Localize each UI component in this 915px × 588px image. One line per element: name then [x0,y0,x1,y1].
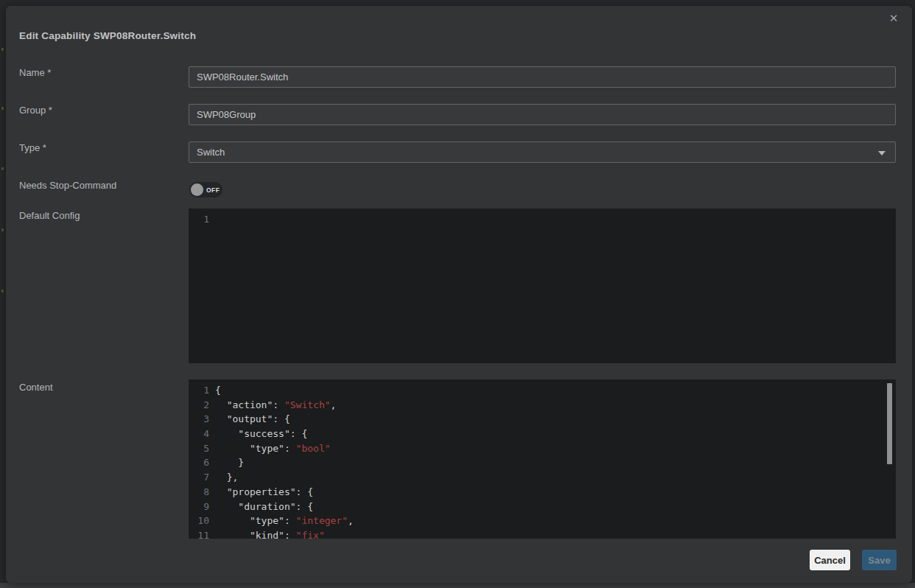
group-input[interactable] [189,104,896,125]
code-line: 6 } [189,455,896,470]
backdrop-icon-sliver [1,107,4,110]
code-line: 8 "properties": { [189,485,896,500]
type-select[interactable]: Switch [189,141,896,163]
backdrop-icon-sliver [1,290,4,293]
backdrop-icon-sliver [1,48,4,51]
close-icon[interactable]: ✕ [886,11,901,26]
code-line: 9 "duration": { [189,500,896,514]
code-line: 11 "kind": "fix" [189,528,896,539]
backdrop-icon-sliver [1,167,4,170]
save-button[interactable]: Save [862,550,897,570]
code-line: 7 }, [189,470,896,485]
type-label: Type * [19,142,46,153]
default-config-label: Default Config [19,210,80,221]
default-config-editor[interactable]: 1 [189,209,896,363]
code-line: 1{ [189,383,896,398]
code-line: 3 "output": { [189,412,896,427]
name-label: Name * [19,67,51,78]
background-bottom-strip [0,583,915,588]
code-line: 10 "type": "integer", [189,514,896,528]
backdrop-icon-sliver [1,228,4,231]
edit-capability-modal: ✕ Edit Capability SWP08Router.Switch Nam… [6,6,912,583]
name-input[interactable] [189,66,896,88]
modal-title: Edit Capability SWP08Router.Switch [19,30,196,41]
content-editor-scrollbar[interactable] [887,383,892,464]
cancel-button[interactable]: Cancel [810,550,850,570]
toggle-state-label: OFF [206,186,220,194]
code-line: 4 "success": { [189,427,896,441]
content-editor[interactable]: 1{2 "action": "Switch",3 "output": {4 "s… [189,379,896,539]
code-line: 1 [189,212,896,227]
chevron-down-icon [878,151,886,155]
toggle-knob [191,183,203,196]
type-select-value: Switch [197,147,225,158]
content-label: Content [19,382,53,393]
code-line: 2 "action": "Switch", [189,398,896,413]
needs-stop-command-toggle[interactable]: OFF [189,182,222,197]
group-label: Group * [19,105,52,116]
needs-stop-command-label: Needs Stop-Command [19,180,116,191]
code-line: 5 "type": "bool" [189,441,896,456]
